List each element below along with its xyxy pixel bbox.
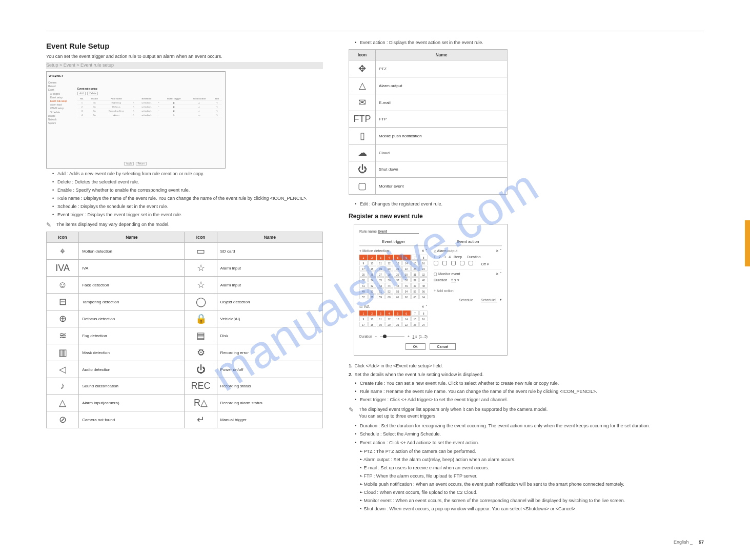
channel-cell[interactable]: 56: [419, 288, 428, 294]
channel-cell[interactable]: 22: [402, 322, 411, 327]
channel-cell[interactable]: 20: [385, 322, 393, 327]
channel-cell[interactable]: 23: [411, 266, 419, 271]
channel-cell[interactable]: 16: [419, 316, 428, 321]
close-icon[interactable]: ✕ ˅: [496, 249, 502, 253]
channel-cell[interactable]: 12: [385, 260, 393, 265]
channel-cell[interactable]: 1: [359, 310, 368, 316]
channel-cell[interactable]: 13: [394, 316, 402, 321]
channel-cell[interactable]: 36: [385, 277, 393, 282]
channel-cell[interactable]: 45: [394, 283, 402, 288]
channel-cell[interactable]: 23: [411, 322, 419, 327]
alarm-out-beep-checkbox[interactable]: [469, 261, 473, 265]
channel-cell[interactable]: 54: [402, 288, 411, 294]
channel-cell[interactable]: 33: [359, 277, 368, 282]
channel-cell[interactable]: 19: [377, 322, 385, 327]
channel-cell[interactable]: 46: [402, 283, 411, 288]
channel-cell[interactable]: 60: [385, 294, 393, 299]
channel-cell[interactable]: 5: [394, 310, 402, 316]
channel-cell[interactable]: 27: [377, 272, 385, 277]
channel-cell[interactable]: 22: [402, 266, 411, 271]
channel-cell[interactable]: 17: [359, 322, 368, 327]
screenshot-add-btn[interactable]: Add: [77, 92, 86, 95]
channel-cell[interactable]: 31: [411, 272, 419, 277]
channel-cell[interactable]: 38: [402, 277, 411, 282]
channel-cell[interactable]: 4: [385, 310, 393, 316]
duration-slider[interactable]: [380, 336, 404, 337]
channel-cell[interactable]: 59: [377, 294, 385, 299]
channel-cell[interactable]: 11: [377, 260, 385, 265]
channel-cell[interactable]: 30: [402, 272, 411, 277]
close-icon[interactable]: ✕ ˅: [421, 305, 428, 309]
channel-cell[interactable]: 5: [394, 255, 402, 260]
channel-cell[interactable]: 18: [368, 266, 376, 271]
channel-cell[interactable]: 51: [377, 288, 385, 294]
alarm-out-4-checkbox[interactable]: [460, 261, 464, 265]
channel-cell[interactable]: 43: [377, 283, 385, 288]
channel-cell[interactable]: 9: [359, 316, 368, 321]
channel-cell[interactable]: 10: [368, 316, 376, 321]
channel-cell[interactable]: 55: [411, 288, 419, 294]
channel-cell[interactable]: 4: [385, 255, 393, 260]
alarm-out-3-checkbox[interactable]: [451, 261, 456, 265]
alarm-out-1-checkbox[interactable]: [434, 261, 438, 265]
channel-cell[interactable]: 39: [411, 277, 419, 282]
channel-cell[interactable]: 3: [377, 310, 385, 316]
channel-cell[interactable]: 18: [368, 322, 376, 327]
channel-cell[interactable]: 37: [394, 277, 402, 282]
channel-cell[interactable]: 24: [419, 322, 428, 327]
channel-cell[interactable]: 20: [385, 266, 393, 271]
channel-cell[interactable]: 26: [368, 272, 376, 277]
close-icon[interactable]: ✕ ˅: [421, 249, 428, 253]
channel-cell[interactable]: 7: [411, 255, 419, 260]
alarm-out-2-checkbox[interactable]: [442, 261, 447, 265]
channel-cell[interactable]: 42: [368, 283, 376, 288]
channel-cell[interactable]: 62: [402, 294, 411, 299]
channel-cell[interactable]: 21: [394, 266, 402, 271]
channel-cell[interactable]: 34: [368, 277, 376, 282]
channel-cell[interactable]: 58: [368, 294, 376, 299]
channel-cell[interactable]: 12: [385, 316, 393, 321]
channel-cell[interactable]: 32: [419, 272, 428, 277]
channel-cell[interactable]: 29: [394, 272, 402, 277]
channel-cell[interactable]: 52: [385, 288, 393, 294]
ok-button[interactable]: Ok: [406, 343, 425, 350]
channel-cell[interactable]: 49: [359, 288, 368, 294]
channel-cell[interactable]: 25: [359, 272, 368, 277]
channel-cell[interactable]: 21: [394, 322, 402, 327]
channel-cell[interactable]: 2: [368, 310, 376, 316]
channel-cell[interactable]: 8: [419, 255, 428, 260]
channel-cell[interactable]: 28: [385, 272, 393, 277]
channel-cell[interactable]: 64: [419, 294, 428, 299]
channel-cell[interactable]: 19: [377, 266, 385, 271]
channel-cell[interactable]: 41: [359, 283, 368, 288]
screenshot-delete-btn[interactable]: Delete: [87, 92, 98, 95]
channel-cell[interactable]: 6: [402, 255, 411, 260]
channel-cell[interactable]: 17: [359, 266, 368, 271]
add-action-button[interactable]: Add action: [434, 289, 502, 293]
channel-cell[interactable]: 14: [402, 260, 411, 265]
channel-cell[interactable]: 53: [394, 288, 402, 294]
channel-cell[interactable]: 14: [402, 316, 411, 321]
cancel-button[interactable]: Cancel: [430, 343, 456, 350]
channel-cell[interactable]: 16: [419, 260, 428, 265]
channel-cell[interactable]: 10: [368, 260, 376, 265]
channel-cell[interactable]: 48: [419, 283, 428, 288]
channel-cell[interactable]: 11: [377, 316, 385, 321]
close-icon[interactable]: ✕ ˅: [496, 272, 502, 276]
channel-cell[interactable]: 63: [411, 294, 419, 299]
channel-cell[interactable]: 35: [377, 277, 385, 282]
rule-name-input[interactable]: [378, 230, 419, 234]
channel-cell[interactable]: 44: [385, 283, 393, 288]
channel-cell[interactable]: 15: [411, 316, 419, 321]
channel-cell[interactable]: 9: [359, 260, 368, 265]
channel-cell[interactable]: 57: [359, 294, 368, 299]
channel-cell[interactable]: 13: [394, 260, 402, 265]
channel-cell[interactable]: 61: [394, 294, 402, 299]
channel-cell[interactable]: 24: [419, 266, 428, 271]
channel-cell[interactable]: 1: [359, 255, 368, 260]
channel-cell[interactable]: 8: [419, 310, 428, 316]
channel-cell[interactable]: 6: [402, 310, 411, 316]
channel-cell[interactable]: 50: [368, 288, 376, 294]
channel-cell[interactable]: 40: [419, 277, 428, 282]
channel-cell[interactable]: 7: [411, 310, 419, 316]
